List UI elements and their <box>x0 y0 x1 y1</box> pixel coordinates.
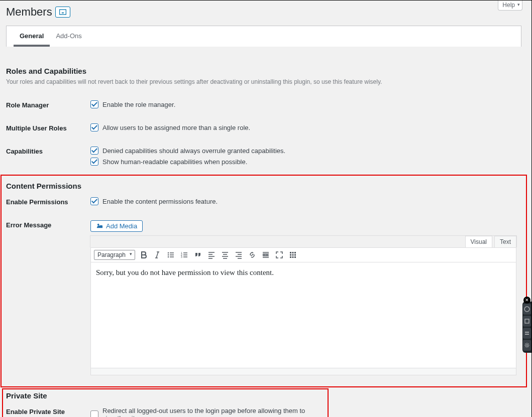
add-media-label: Add Media <box>106 222 137 230</box>
svg-point-3 <box>168 256 169 257</box>
floater-close-icon[interactable]: ✕ <box>523 297 530 304</box>
svg-rect-10 <box>290 254 291 256</box>
align-center-icon[interactable] <box>221 250 230 259</box>
svg-point-1 <box>168 252 169 253</box>
capabilities-label: Capabilities <box>6 141 90 175</box>
numbered-list-icon[interactable]: 123 <box>180 250 189 259</box>
link-icon[interactable] <box>248 250 257 259</box>
add-media-button[interactable]: Add Media <box>90 220 143 232</box>
section-roles-caps-heading: Roles and Capabilities <box>6 67 521 75</box>
editor-body[interactable]: Sorry, but you do not have permission to… <box>91 262 516 368</box>
floater-gear-icon[interactable] <box>523 340 531 351</box>
capabilities-human-checkbox[interactable] <box>90 158 98 166</box>
svg-point-2 <box>168 254 169 255</box>
svg-rect-14 <box>292 256 294 258</box>
svg-rect-19 <box>525 334 529 335</box>
enable-permissions-label: Enable Permissions <box>6 191 90 214</box>
page-title: Members <box>6 6 52 19</box>
enable-permissions-checkbox[interactable] <box>90 197 98 205</box>
svg-rect-8 <box>292 252 294 253</box>
kitchen-sink-icon[interactable] <box>288 250 297 259</box>
blockquote-icon[interactable] <box>193 250 202 259</box>
multi-roles-label: Multiple User Roles <box>6 117 90 141</box>
align-left-icon[interactable] <box>207 250 216 259</box>
tab-addons[interactable]: Add-Ons <box>50 26 87 47</box>
format-select[interactable]: Paragraph <box>94 250 135 260</box>
svg-rect-9 <box>294 252 296 253</box>
section-content-perms-heading: Content Permissions <box>6 182 521 190</box>
svg-text:3: 3 <box>181 255 182 258</box>
private-site-highlight: Private Site Enable Private Site Redirec… <box>2 388 329 417</box>
help-dropdown[interactable]: Help <box>498 1 522 11</box>
capabilities-human-text: Show human-readable capabilities when po… <box>102 158 247 166</box>
editor-tab-text[interactable]: Text <box>494 236 516 247</box>
floater-item-2[interactable] <box>523 316 531 327</box>
svg-rect-13 <box>290 256 291 258</box>
svg-point-16 <box>524 307 529 312</box>
editor-resize-handle[interactable] <box>91 368 516 375</box>
multi-roles-text: Allow users to be assigned more than a s… <box>102 124 250 131</box>
enable-private-site-label: Enable Private Site <box>6 401 90 417</box>
media-icon <box>96 223 103 229</box>
align-right-icon[interactable] <box>234 250 243 259</box>
svg-rect-17 <box>525 319 529 323</box>
floater-item-3[interactable] <box>523 328 531 339</box>
section-roles-caps-desc: Your roles and capabilities will not rev… <box>6 78 521 85</box>
capabilities-denied-text: Denied capabilities should always overru… <box>102 147 285 155</box>
inbox-icon-button[interactable] <box>55 7 70 18</box>
settings-tabs: General Add-Ons <box>6 26 521 47</box>
error-message-editor: Paragraph 123 <box>90 247 516 375</box>
svg-rect-11 <box>292 254 294 256</box>
role-manager-checkbox[interactable] <box>90 100 98 108</box>
role-manager-label: Role Manager <box>6 94 90 117</box>
svg-rect-18 <box>525 332 529 333</box>
read-more-icon[interactable] <box>261 250 270 259</box>
svg-point-20 <box>526 344 528 346</box>
svg-rect-7 <box>290 252 291 253</box>
svg-rect-15 <box>294 256 296 258</box>
fullscreen-icon[interactable] <box>275 250 284 259</box>
italic-icon[interactable] <box>153 250 162 259</box>
bullet-list-icon[interactable] <box>166 250 175 259</box>
capabilities-denied-checkbox[interactable] <box>90 147 98 155</box>
side-floater: ✕ <box>522 302 531 353</box>
svg-rect-12 <box>294 254 296 256</box>
multi-roles-checkbox[interactable] <box>90 123 98 131</box>
editor-toolbar: Paragraph 123 <box>91 248 516 262</box>
bold-icon[interactable] <box>139 250 148 259</box>
svg-point-0 <box>97 224 99 226</box>
floater-item-1[interactable] <box>523 304 531 315</box>
editor-tab-visual[interactable]: Visual <box>465 236 492 247</box>
tab-general[interactable]: General <box>14 26 50 47</box>
enable-private-site-checkbox[interactable] <box>90 410 98 417</box>
role-manager-text: Enable the role manager. <box>102 101 175 108</box>
section-private-site-heading: Private Site <box>6 391 325 400</box>
inbox-icon <box>59 9 67 16</box>
content-permissions-highlight: Content Permissions Enable Permissions E… <box>1 175 527 387</box>
enable-private-site-text: Redirect all logged-out users to the log… <box>102 407 320 417</box>
error-message-label: Error Message <box>6 214 90 381</box>
enable-permissions-text: Enable the content permissions feature. <box>102 198 218 205</box>
